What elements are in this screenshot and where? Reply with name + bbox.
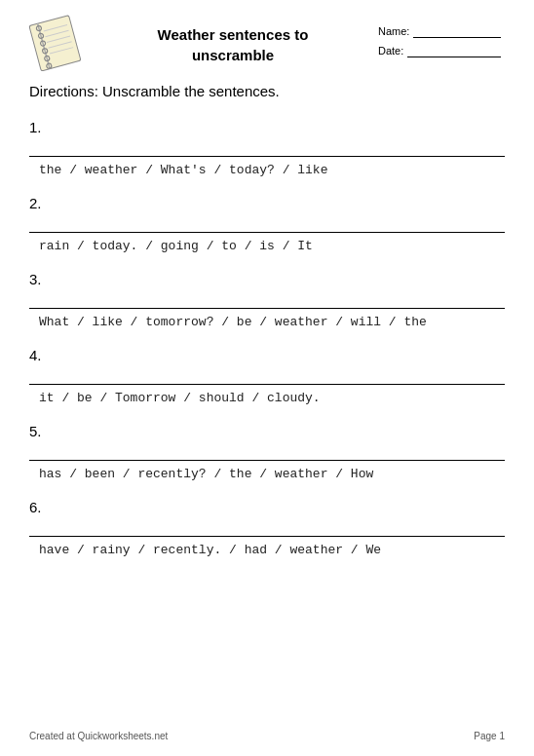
exercise-number-1: 1.: [29, 119, 505, 135]
exercise-number-5: 5.: [29, 423, 505, 439]
write-line-1: [29, 139, 505, 157]
footer-left: Created at Quickworksheets.net: [29, 731, 168, 741]
scrambled-words-6: have / rainy / recently. / had / weather…: [29, 543, 505, 557]
page-footer: Created at Quickworksheets.net Page 1: [29, 731, 505, 741]
page-header: Weather sentences to unscramble Name: Da…: [29, 19, 505, 73]
date-field-row: Date:: [378, 44, 505, 57]
directions-text: Directions: Unscramble the sentences.: [29, 83, 505, 99]
exercise-item-1: 1.the / weather / What's / today? / like: [29, 119, 505, 177]
scrambled-words-3: What / like / tomorrow? / be / weather /…: [29, 315, 505, 329]
exercise-number-6: 6.: [29, 499, 505, 515]
svg-rect-0: [29, 16, 81, 71]
name-field-row: Name:: [378, 24, 505, 38]
title-line2: unscramble: [192, 47, 274, 63]
write-line-6: [29, 519, 505, 537]
exercise-item-2: 2.rain / today. / going / to / is / It: [29, 195, 505, 253]
name-underline: [413, 24, 501, 38]
name-date-block: Name: Date:: [378, 19, 505, 63]
scrambled-words-4: it / be / Tomorrow / should / cloudy.: [29, 391, 505, 405]
write-line-2: [29, 215, 505, 233]
date-underline: [407, 44, 501, 57]
scrambled-words-1: the / weather / What's / today? / like: [29, 163, 505, 177]
exercise-item-5: 5.has / been / recently? / the / weather…: [29, 423, 505, 481]
scrambled-words-2: rain / today. / going / to / is / It: [29, 239, 505, 253]
name-label: Name:: [378, 25, 409, 37]
exercise-item-3: 3.What / like / tomorrow? / be / weather…: [29, 271, 505, 329]
exercise-number-3: 3.: [29, 271, 505, 287]
title-block: Weather sentences to unscramble: [88, 24, 378, 65]
date-label: Date:: [378, 45, 403, 57]
notebook-icon: [29, 15, 88, 73]
title-line1: Weather sentences to: [158, 26, 309, 43]
exercise-item-4: 4.it / be / Tomorrow / should / cloudy.: [29, 347, 505, 405]
scrambled-words-5: has / been / recently? / the / weather /…: [29, 467, 505, 481]
exercise-item-6: 6.have / rainy / recently. / had / weath…: [29, 499, 505, 557]
write-line-4: [29, 367, 505, 385]
exercise-number-2: 2.: [29, 195, 505, 211]
exercise-number-4: 4.: [29, 347, 505, 363]
write-line-5: [29, 443, 505, 461]
write-line-3: [29, 291, 505, 309]
footer-right: Page 1: [474, 731, 505, 741]
exercises-container: 1.the / weather / What's / today? / like…: [29, 119, 505, 557]
